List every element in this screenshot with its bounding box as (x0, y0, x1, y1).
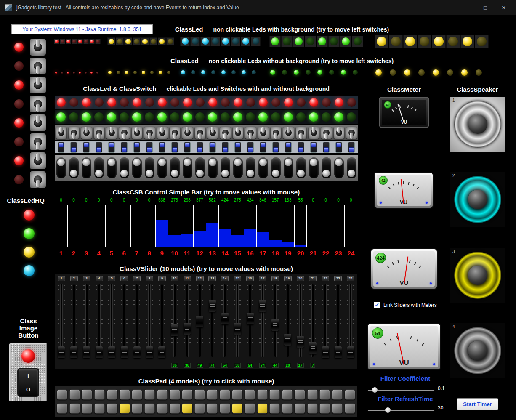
rocker-switch[interactable] (271, 157, 281, 178)
vslider[interactable]: 1920 (282, 274, 294, 369)
pad-button[interactable] (207, 403, 218, 414)
red-led[interactable] (335, 98, 343, 107)
red-led[interactable] (271, 98, 280, 107)
pad-button[interactable] (182, 389, 192, 400)
green-led[interactable] (94, 112, 104, 122)
pad-button[interactable] (257, 403, 268, 414)
slide-switch[interactable] (58, 142, 64, 153)
vslider[interactable]: 1654 (244, 274, 256, 369)
slide-switch[interactable] (159, 142, 165, 153)
csb-column[interactable] (244, 205, 257, 247)
pad-button[interactable] (132, 389, 142, 400)
vslider-knob[interactable] (96, 346, 103, 358)
toggle-switch[interactable] (283, 127, 294, 139)
red-led[interactable] (259, 98, 268, 107)
red-led[interactable] (69, 98, 78, 107)
rocker-switch[interactable] (195, 157, 205, 178)
toggle-switch[interactable] (106, 127, 117, 139)
pad-button[interactable] (69, 389, 80, 400)
vslider[interactable]: 1035 (168, 274, 181, 369)
csb-column[interactable] (143, 205, 156, 247)
slide-switch[interactable] (121, 142, 128, 153)
vslider-knob[interactable] (271, 319, 279, 331)
vslider-knob[interactable] (108, 346, 115, 358)
pad-button[interactable] (94, 403, 105, 414)
vslider[interactable]: 1774 (256, 274, 269, 369)
pad-button[interactable] (319, 389, 330, 400)
slide-switch[interactable] (133, 142, 140, 153)
pad-button[interactable] (245, 389, 255, 400)
csb-column[interactable] (68, 205, 80, 247)
red-led[interactable] (284, 98, 293, 107)
rocker-switch[interactable] (56, 157, 66, 178)
vslider-knob[interactable] (121, 346, 128, 358)
left-toggle-switch[interactable] (30, 152, 46, 169)
pad-button[interactable] (245, 403, 255, 414)
pad-button[interactable] (269, 389, 280, 400)
slide-switch[interactable] (209, 142, 216, 153)
slide-switch[interactable] (222, 142, 229, 153)
red-led[interactable] (183, 98, 192, 107)
vslider[interactable]: 3 (80, 274, 93, 369)
red-led[interactable] (309, 98, 318, 107)
vslider[interactable]: 23 (332, 274, 344, 369)
csb-column[interactable] (156, 205, 168, 247)
image-button-rocker-switch[interactable]: I O (17, 368, 39, 397)
csb-column[interactable] (194, 205, 206, 247)
slider-knob[interactable] (385, 407, 391, 413)
green-led[interactable] (56, 112, 66, 122)
red-led[interactable] (221, 98, 230, 107)
red-led[interactable] (120, 98, 129, 107)
slide-switch[interactable] (70, 142, 77, 153)
rocker-switch[interactable] (322, 157, 331, 178)
rocker-switch[interactable] (69, 157, 79, 178)
pad-button[interactable] (157, 403, 168, 414)
pad-button[interactable] (257, 389, 268, 400)
green-led[interactable] (309, 112, 318, 122)
csb-column[interactable] (118, 205, 131, 247)
csb-column[interactable] (332, 205, 345, 247)
vslider-knob[interactable] (58, 346, 65, 358)
left-toggle-switch[interactable] (30, 39, 46, 56)
pad-button[interactable] (69, 403, 80, 414)
vslider-knob[interactable] (284, 334, 291, 346)
csb-column[interactable] (269, 205, 282, 247)
red-led[interactable] (170, 98, 179, 107)
vslider-track[interactable] (287, 284, 289, 357)
vslider[interactable]: 2 (68, 274, 80, 369)
green-led[interactable] (82, 112, 91, 122)
csb-column[interactable] (181, 205, 194, 247)
toggle-switch[interactable] (195, 127, 205, 139)
red-led[interactable] (107, 98, 116, 107)
vslider[interactable]: 1844 (269, 274, 282, 369)
slider-track[interactable] (368, 410, 434, 411)
pad-button[interactable] (120, 403, 130, 414)
toggle-switch[interactable] (94, 127, 104, 139)
toggle-switch[interactable] (220, 127, 231, 139)
red-led[interactable] (82, 98, 91, 107)
toggle-switch[interactable] (182, 127, 193, 139)
pad-button[interactable] (170, 403, 180, 414)
toggle-switch[interactable] (170, 127, 180, 139)
vslider-knob[interactable] (335, 346, 342, 358)
pad-button[interactable] (307, 403, 318, 414)
red-led[interactable] (158, 98, 167, 107)
pad-button[interactable] (307, 389, 318, 400)
csb-column[interactable] (93, 205, 106, 247)
toggle-switch[interactable] (309, 127, 319, 139)
pad-button[interactable] (345, 389, 355, 400)
pad-button[interactable] (170, 389, 180, 400)
toggle-switch[interactable] (233, 127, 243, 139)
toggle-switch[interactable] (258, 127, 269, 139)
toggle-switch[interactable] (346, 127, 357, 139)
rocker-switch[interactable] (157, 157, 167, 178)
csb-column[interactable] (307, 205, 319, 247)
red-led[interactable] (208, 98, 217, 107)
rocker-switch[interactable] (208, 157, 218, 178)
csb-column[interactable] (282, 205, 295, 247)
toggle-switch[interactable] (245, 127, 256, 139)
red-led[interactable] (322, 98, 331, 107)
pad-button[interactable] (57, 389, 67, 400)
pad-button[interactable] (295, 403, 305, 414)
green-led[interactable] (132, 112, 141, 122)
